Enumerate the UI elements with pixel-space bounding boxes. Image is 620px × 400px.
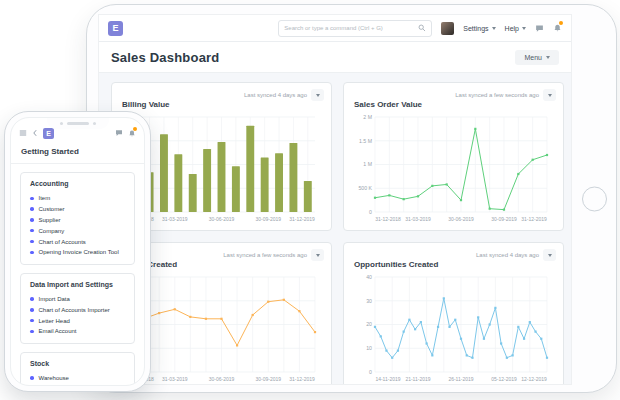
svg-text:30-06-2019: 30-06-2019 xyxy=(209,376,235,382)
list-item[interactable]: Letter Head xyxy=(30,315,125,326)
sync-row: Last synced a few seconds ago xyxy=(223,249,324,261)
onboarding-section: Data Import and SettingsImport DataChart… xyxy=(20,273,135,344)
last-synced-label: Last synced 4 days ago xyxy=(244,92,307,98)
list-item[interactable]: Import Data xyxy=(30,294,125,305)
chevron-left-icon[interactable] xyxy=(32,129,38,137)
user-avatar[interactable] xyxy=(441,22,454,35)
page-header: Sales Dashboard Menu xyxy=(99,42,571,72)
help-menu[interactable]: Help xyxy=(505,25,526,32)
list-item-label: Company xyxy=(39,228,65,234)
chart-card-sales-order-value: Last synced a few seconds ago Sales Orde… xyxy=(343,82,564,231)
list-item[interactable]: Chart of Accounts xyxy=(30,236,125,247)
search-input[interactable]: Search or type a command (Ctrl + G) xyxy=(278,20,432,37)
section-title: Data Import and Settings xyxy=(30,281,125,288)
menu-icon[interactable] xyxy=(19,129,27,137)
chat-icon[interactable] xyxy=(115,129,123,137)
top-navbar: E Search or type a command (Ctrl + G) Se… xyxy=(99,15,571,42)
notifications-button[interactable] xyxy=(128,129,136,138)
list-item[interactable]: Brand xyxy=(30,384,125,386)
menu-button[interactable]: Menu xyxy=(515,50,559,65)
tablet-device-frame: E Search or type a command (Ctrl + G) Se… xyxy=(86,4,617,393)
menu-button-label: Menu xyxy=(524,54,542,61)
card-dropdown-button[interactable] xyxy=(311,89,324,101)
list-item-label: Supplier xyxy=(39,217,61,223)
getting-started-sections: AccountingItemCustomerSupplierCompanyCha… xyxy=(11,164,144,386)
settings-label: Settings xyxy=(463,25,488,32)
chevron-down-icon xyxy=(548,254,552,257)
chart-title: Opportunities Created xyxy=(354,260,553,269)
chart-title: Leads Created xyxy=(122,260,321,269)
notification-dot xyxy=(133,127,137,131)
list-item[interactable]: Warehouse xyxy=(30,373,125,384)
bullet-icon xyxy=(30,218,34,222)
chart-title: Sales Order Value xyxy=(354,100,553,109)
app-logo[interactable]: E xyxy=(43,128,54,139)
list-item[interactable]: Chart of Accounts Importer xyxy=(30,304,125,315)
list-item[interactable]: Company xyxy=(30,225,125,236)
svg-text:31-12-2018: 31-12-2018 xyxy=(375,216,401,222)
list-item-label: Customer xyxy=(39,206,65,212)
last-synced-label: Last synced a few seconds ago xyxy=(455,92,539,98)
list-item[interactable]: Email Account xyxy=(30,326,125,337)
svg-text:1.5 M: 1.5 M xyxy=(359,138,372,144)
sync-row: Last synced 4 days ago xyxy=(476,249,556,261)
sales-order-value-chart: 2 M1.5 M1 M500 K031-12-201831-03-201930-… xyxy=(354,112,553,224)
sensor-dot xyxy=(93,122,96,125)
svg-text:1 M: 1 M xyxy=(363,161,372,167)
notifications-button[interactable] xyxy=(553,23,562,33)
list-item[interactable]: Opening Invoice Creation Tool xyxy=(30,247,125,258)
dashboard-grid: Last synced 4 days ago Billing Value 31-… xyxy=(99,72,571,385)
bullet-icon xyxy=(30,251,34,255)
bullet-icon xyxy=(30,197,34,201)
settings-menu[interactable]: Settings xyxy=(463,25,495,32)
bullet-icon xyxy=(30,207,34,211)
search-placeholder: Search or type a command (Ctrl + G) xyxy=(284,25,383,31)
phone-device-frame: E Getting Started AccountingItemCustomer… xyxy=(4,111,151,392)
search-icon xyxy=(418,24,426,32)
bullet-icon xyxy=(30,319,34,323)
bullet-icon xyxy=(30,297,34,301)
svg-text:26-11-2019: 26-11-2019 xyxy=(448,376,473,382)
list-item-label: Chart of Accounts xyxy=(39,239,86,245)
chevron-down-icon xyxy=(492,27,496,30)
onboarding-section: StockWarehouseBrandUnit of Measure (UOM)… xyxy=(20,352,135,386)
chart-title: Billing Value xyxy=(122,100,321,109)
sync-row: Last synced 4 days ago xyxy=(244,89,324,101)
chevron-down-icon xyxy=(522,27,526,30)
svg-text:40: 40 xyxy=(366,274,372,280)
svg-text:500 K: 500 K xyxy=(358,185,372,191)
list-item-label: Letter Head xyxy=(39,318,70,324)
list-item-label: Email Account xyxy=(39,328,77,334)
notification-dot xyxy=(559,21,563,25)
last-synced-label: Last synced a few seconds ago xyxy=(223,252,307,258)
tablet-home-button[interactable] xyxy=(582,186,607,211)
section-title: Accounting xyxy=(30,180,125,187)
list-item-label: Item xyxy=(39,195,51,201)
svg-text:30-06-2019: 30-06-2019 xyxy=(209,216,235,222)
svg-text:30-09-2019: 30-09-2019 xyxy=(255,216,281,222)
chevron-down-icon xyxy=(546,56,550,59)
svg-text:31-12-2019: 31-12-2019 xyxy=(521,216,547,222)
svg-text:31-03-2019: 31-03-2019 xyxy=(162,376,188,382)
app-logo[interactable]: E xyxy=(108,21,123,36)
svg-text:10: 10 xyxy=(366,345,372,351)
bullet-icon xyxy=(30,308,34,312)
card-dropdown-button[interactable] xyxy=(543,89,556,101)
chat-icon[interactable] xyxy=(535,24,544,33)
list-item[interactable]: Supplier xyxy=(30,215,125,226)
tablet-screen: E Search or type a command (Ctrl + G) Se… xyxy=(98,14,572,385)
svg-text:05-12-2019: 05-12-2019 xyxy=(491,376,517,382)
card-dropdown-button[interactable] xyxy=(311,249,324,261)
last-synced-label: Last synced 4 days ago xyxy=(476,252,539,258)
bullet-icon xyxy=(30,240,34,244)
svg-text:30: 30 xyxy=(366,298,372,304)
list-item[interactable]: Item xyxy=(30,193,125,204)
billing-value-chart: 31-12-201831-03-201930-06-201930-09-2019… xyxy=(122,112,321,224)
svg-text:14-11-2019: 14-11-2019 xyxy=(375,376,400,382)
card-dropdown-button[interactable] xyxy=(543,249,556,261)
bullet-icon xyxy=(30,330,34,334)
list-item[interactable]: Customer xyxy=(30,204,125,215)
chart-card-opportunities-created: Last synced 4 days ago Opportunities Cre… xyxy=(343,242,564,385)
svg-text:2 M: 2 M xyxy=(363,114,372,120)
bullet-icon xyxy=(30,229,34,233)
